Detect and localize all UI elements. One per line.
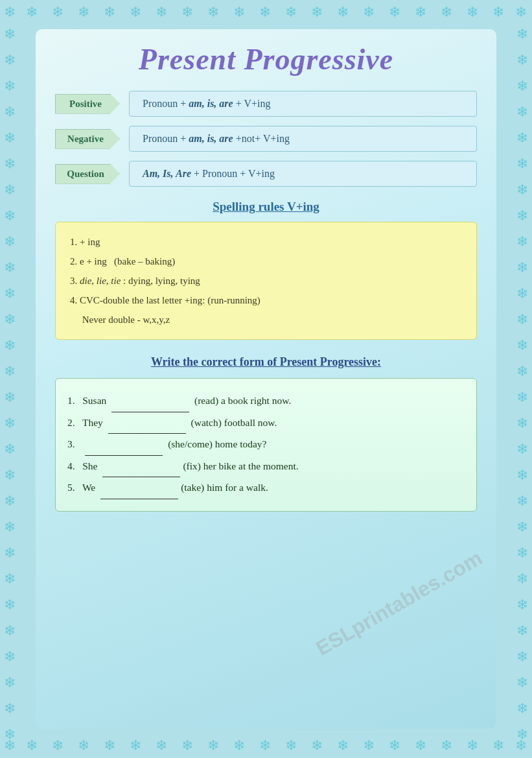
exercise-item-4: 4. She (fix) her bike at the moment. [67, 456, 462, 478]
snowflake-icon: ❄ [516, 285, 528, 302]
snowflake-icon: ❄ [515, 737, 527, 754]
snowflake-icon: ❄ [4, 337, 16, 354]
negative-row: Negative Pronoun + am, is, are +not+ V+i… [55, 126, 477, 152]
blank-1[interactable] [111, 390, 189, 412]
snowflake-icon: ❄ [4, 737, 16, 754]
snowflake-icon: ❄ [259, 4, 271, 21]
snowflake-icon: ❄ [78, 737, 89, 754]
snowflake-icon: ❄ [467, 737, 478, 754]
snowflake-icon: ❄ [26, 4, 38, 21]
snowflake-icon: ❄ [4, 674, 16, 691]
snowflake-icon: ❄ [516, 493, 528, 510]
snowflake-icon: ❄ [516, 207, 528, 224]
snowflake-icon: ❄ [311, 737, 323, 754]
positive-formula: Pronoun + am, is, are + V+ing [129, 91, 477, 117]
spelling-rule-4: 4. CVC-double the last letter +ing: (run… [70, 290, 462, 310]
spelling-rule-2: 2. e + ing (bake – baking) [70, 252, 462, 271]
snowflake-icon: ❄ [4, 104, 16, 121]
snowflake-icon: ❄ [4, 182, 16, 198]
snowflake-icon: ❄ [4, 233, 16, 250]
snowflake-icon: ❄ [516, 156, 528, 172]
snowflake-icon: ❄ [4, 622, 16, 639]
snowflake-icon: ❄ [233, 4, 245, 21]
snowflake-icon: ❄ [516, 571, 528, 587]
snowflake-icon: ❄ [259, 737, 271, 754]
snowflake-icon: ❄ [441, 737, 452, 754]
question-row: Question Am, Is, Are + Pronoun + V+ing [55, 161, 477, 187]
snowflake-icon: ❄ [52, 737, 64, 754]
exercise-item-5: 5. We (take) him for a walk. [67, 477, 462, 499]
snowflake-icon: ❄ [516, 52, 528, 69]
snowflake-icon: ❄ [4, 467, 16, 484]
snowflake-icon: ❄ [516, 700, 528, 717]
snowflake-icon: ❄ [516, 311, 528, 328]
blank-5[interactable] [100, 477, 178, 499]
snowflake-icon: ❄ [516, 545, 528, 562]
snowflake-icon: ❄ [4, 571, 16, 587]
snowflake-icon: ❄ [363, 4, 375, 21]
snowflake-icon: ❄ [516, 259, 528, 276]
snowflake-icon: ❄ [181, 4, 193, 21]
snowflake-icon: ❄ [104, 737, 115, 754]
snowflake-icon: ❄ [4, 441, 16, 458]
snowflake-icon: ❄ [415, 4, 426, 21]
snowflake-icon: ❄ [207, 4, 219, 21]
negative-label: Negative [55, 129, 120, 149]
exercise-title: Write the correct form of Present Progre… [55, 355, 477, 369]
exercise-item-3: 3. (she/come) home today? [67, 434, 462, 456]
snowflake-icon: ❄ [516, 130, 528, 147]
blank-2[interactable] [108, 412, 186, 434]
snowflake-icon: ❄ [156, 4, 167, 21]
snowflake-icon: ❄ [311, 4, 323, 21]
snowflake-icon: ❄ [467, 4, 478, 21]
snowflake-icon: ❄ [515, 4, 527, 21]
snowflake-icon: ❄ [516, 726, 528, 743]
snowflake-icon: ❄ [516, 233, 528, 250]
snowflake-icon: ❄ [516, 182, 528, 198]
snowflake-icon: ❄ [4, 726, 16, 743]
snowflake-icon: ❄ [130, 4, 141, 21]
page-title: Present Progressive [55, 42, 477, 77]
blank-3[interactable] [85, 434, 163, 456]
snowflake-icon: ❄ [337, 737, 349, 754]
snowflake-icon: ❄ [516, 337, 528, 354]
snowflake-icon: ❄ [4, 493, 16, 510]
snowflake-icon: ❄ [130, 737, 141, 754]
snowflake-icon: ❄ [4, 130, 16, 147]
snowflake-icon: ❄ [285, 737, 297, 754]
negative-formula: Pronoun + am, is, are +not+ V+ing [129, 126, 477, 152]
snowflake-icon: ❄ [516, 104, 528, 121]
snowflake-icon: ❄ [4, 26, 16, 43]
snowflake-icon: ❄ [26, 737, 38, 754]
snowflake-icon: ❄ [516, 441, 528, 458]
blank-4[interactable] [102, 456, 180, 478]
snowflake-icon: ❄ [4, 648, 16, 665]
spelling-rule-3: 3. die, lie, tie : dying, lying, tying [70, 271, 462, 290]
snowflake-icon: ❄ [4, 4, 16, 21]
snowflake-icon: ❄ [389, 737, 400, 754]
spelling-title: Spelling rules V+ing [55, 200, 477, 214]
snowflake-icon: ❄ [4, 285, 16, 302]
snowflake-icon: ❄ [207, 737, 219, 754]
question-label: Question [55, 164, 120, 184]
snowflake-icon: ❄ [516, 26, 528, 43]
snowflake-icon: ❄ [516, 415, 528, 432]
snowflake-icon: ❄ [4, 52, 16, 69]
snowflake-icon: ❄ [516, 363, 528, 380]
spelling-rule-5: Never double - w,x,y,z [70, 310, 462, 329]
snowflake-icon: ❄ [181, 737, 193, 754]
spelling-box: 1. + ing 2. e + ing (bake – baking) 3. d… [55, 222, 477, 340]
snowflake-icon: ❄ [516, 622, 528, 639]
snowflake-icon: ❄ [415, 737, 426, 754]
exercise-box: 1. Susan (read) a book right now. 2. The… [55, 378, 477, 512]
snowflake-icon: ❄ [4, 597, 16, 613]
snowflake-icon: ❄ [104, 4, 115, 21]
snowflake-icon: ❄ [492, 4, 504, 21]
snowflake-icon: ❄ [4, 363, 16, 380]
snowflake-icon: ❄ [516, 467, 528, 484]
snowflake-icon: ❄ [4, 545, 16, 562]
snowflake-icon: ❄ [4, 415, 16, 432]
exercise-item-1: 1. Susan (read) a book right now. [67, 390, 462, 412]
snowflake-icon: ❄ [516, 597, 528, 613]
snowflake-icon: ❄ [389, 4, 400, 21]
